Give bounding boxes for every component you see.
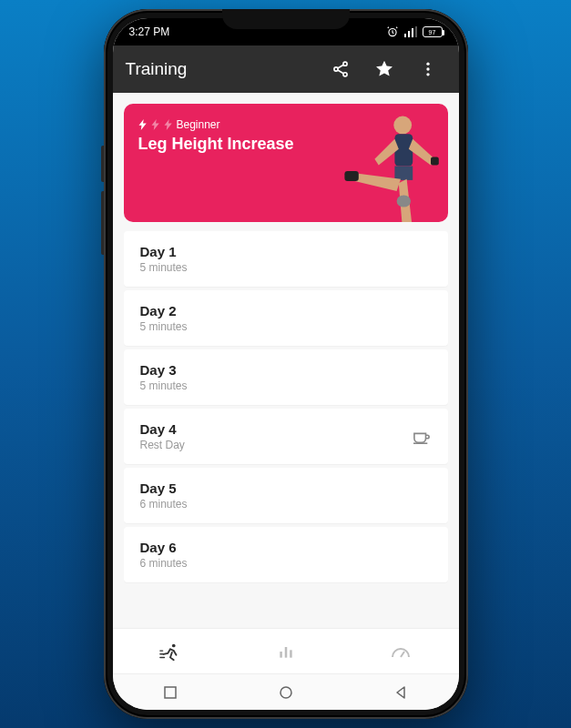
signal-icon [404, 26, 417, 37]
page-title: Training [126, 59, 315, 79]
day-subtitle: 5 minutes [140, 379, 432, 392]
svg-rect-15 [344, 171, 358, 181]
bolt-icon [138, 119, 148, 130]
svg-rect-4 [415, 26, 417, 37]
svg-rect-3 [412, 28, 413, 37]
svg-point-5 [342, 62, 346, 66]
triangle-left-icon [393, 685, 408, 700]
day-item[interactable]: Day 66 minutes [124, 527, 448, 582]
coffee-cup-icon [412, 429, 432, 445]
phone-notch [222, 9, 350, 29]
square-icon [163, 685, 178, 700]
day-subtitle: 5 minutes [140, 320, 432, 333]
svg-rect-21 [284, 647, 287, 658]
status-time: 3:27 PM [129, 25, 170, 38]
svg-point-10 [426, 73, 429, 76]
day-item[interactable]: Day 35 minutes [124, 349, 448, 405]
alarm-icon [386, 25, 399, 38]
svg-rect-23 [165, 687, 176, 698]
svg-point-9 [426, 67, 429, 70]
tab-speed[interactable] [343, 629, 459, 673]
day-title: Day 6 [140, 540, 432, 555]
overflow-menu-button[interactable] [410, 51, 446, 87]
day-item[interactable]: Day 25 minutes [124, 290, 448, 346]
exercise-figure [341, 111, 441, 222]
day-item[interactable]: Day 56 minutes [124, 468, 448, 523]
battery-indicator: 97 [423, 26, 443, 37]
tab-training[interactable] [113, 629, 229, 673]
svg-rect-20 [280, 652, 282, 658]
day-title: Day 5 [140, 480, 432, 496]
back-button[interactable] [343, 674, 459, 710]
day-subtitle: Rest Day [140, 439, 412, 451]
recent-apps-button[interactable] [113, 674, 229, 710]
svg-point-11 [393, 116, 412, 135]
bolt-icon [164, 119, 173, 130]
screen: 3:27 PM 97 Training [113, 18, 459, 710]
day-item[interactable]: Day 15 minutes [124, 231, 448, 287]
workout-hero-card[interactable]: Beginner Leg Height Increase [124, 104, 448, 222]
app-bar: Training [113, 46, 459, 93]
more-vert-icon [419, 60, 437, 78]
svg-rect-14 [431, 157, 439, 166]
tab-stats[interactable] [228, 629, 343, 673]
svg-rect-2 [408, 31, 410, 37]
circle-icon [279, 685, 293, 700]
day-subtitle: 5 minutes [140, 261, 432, 274]
day-title: Day 4 [140, 421, 412, 437]
day-title: Day 3 [140, 362, 432, 378]
system-nav-bar [113, 673, 459, 710]
run-icon [158, 642, 182, 662]
svg-rect-13 [394, 167, 413, 180]
svg-point-16 [396, 195, 410, 207]
difficulty-label: Beginner [177, 118, 220, 131]
status-icons: 97 [386, 25, 443, 38]
svg-point-19 [172, 643, 176, 647]
svg-point-24 [280, 687, 291, 698]
svg-rect-22 [290, 650, 292, 657]
bolt-icon [151, 119, 160, 130]
svg-rect-1 [404, 34, 406, 37]
day-item[interactable]: Day 4Rest Day [124, 409, 448, 464]
phone-frame: 3:27 PM 97 Training [104, 9, 468, 719]
bottom-nav [113, 628, 459, 673]
svg-point-7 [342, 73, 346, 76]
day-list: Day 15 minutesDay 25 minutesDay 35 minut… [124, 231, 448, 582]
favorite-button[interactable] [366, 51, 403, 87]
day-subtitle: 6 minutes [140, 557, 432, 570]
home-button[interactable] [228, 674, 343, 710]
day-title: Day 1 [140, 244, 432, 259]
content-scroll[interactable]: Beginner Leg Height Increase D [113, 93, 459, 628]
gauge-icon [390, 642, 412, 661]
svg-point-8 [426, 63, 429, 66]
share-icon [331, 60, 350, 78]
share-button[interactable] [322, 51, 359, 87]
battery-level: 97 [429, 29, 436, 35]
bar-chart-icon [277, 642, 295, 661]
svg-point-6 [333, 67, 337, 71]
star-icon [374, 59, 394, 79]
day-title: Day 2 [140, 303, 432, 318]
day-subtitle: 6 minutes [140, 498, 432, 511]
